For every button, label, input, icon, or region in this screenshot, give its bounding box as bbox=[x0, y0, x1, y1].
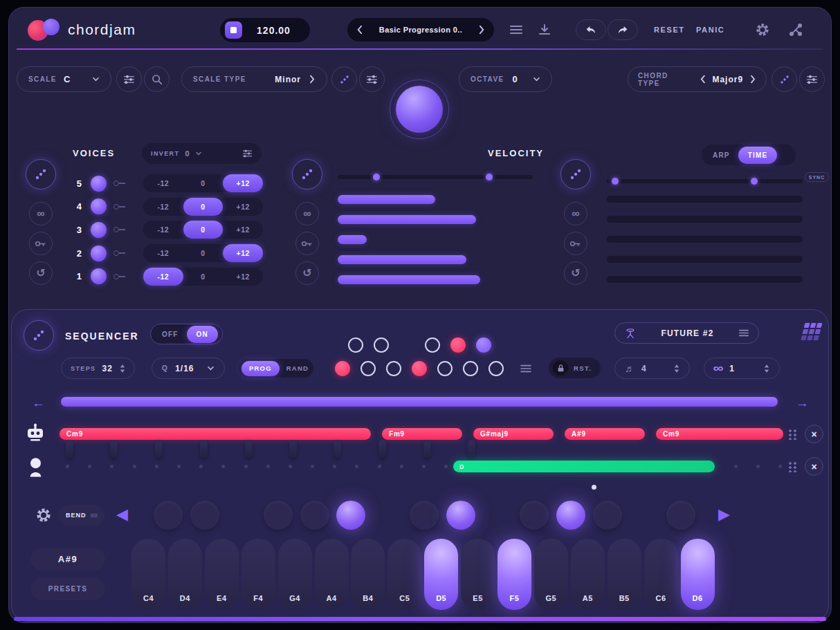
chord-slider-handle[interactable] bbox=[66, 440, 73, 458]
time-option[interactable]: TIME bbox=[738, 147, 778, 164]
stop-button[interactable] bbox=[225, 21, 242, 39]
voices-infinity-button[interactable]: ∞ bbox=[29, 202, 53, 225]
voice-transpose-option[interactable]: 0 bbox=[183, 244, 223, 262]
scale-random-button[interactable] bbox=[331, 66, 357, 92]
scale-search-button[interactable] bbox=[144, 66, 170, 92]
rst-label[interactable]: RST. bbox=[574, 364, 592, 372]
reset-sequence-control[interactable]: RST. bbox=[549, 358, 601, 378]
scale-type-selector[interactable]: SCALE TYPE Minor bbox=[181, 66, 327, 92]
time-slider-handle[interactable] bbox=[751, 178, 758, 185]
key-B4[interactable]: B4 bbox=[351, 539, 385, 610]
pad-G#4[interactable] bbox=[300, 501, 329, 530]
velocity-bar[interactable] bbox=[338, 215, 476, 224]
velocity-refresh-button[interactable]: ↺ bbox=[295, 261, 319, 285]
pad-C#4[interactable] bbox=[154, 501, 183, 530]
octave-right-triangle[interactable]: ▶ bbox=[718, 507, 730, 522]
key-A5[interactable]: A5 bbox=[571, 539, 605, 610]
voice-transpose-option[interactable]: 0 bbox=[183, 198, 223, 216]
arp-option[interactable]: ARP bbox=[704, 151, 738, 159]
voice-toggle[interactable] bbox=[91, 176, 107, 192]
time-bar-track[interactable] bbox=[607, 256, 803, 263]
main-knob[interactable] bbox=[390, 80, 449, 139]
seq-step-pink[interactable] bbox=[412, 361, 427, 376]
key-D4[interactable]: D4 bbox=[168, 539, 202, 610]
chord-lane-close-button[interactable]: × bbox=[805, 425, 823, 443]
stepper-icon[interactable] bbox=[764, 364, 769, 373]
chevron-left-icon[interactable] bbox=[700, 75, 706, 84]
preset-prev-icon[interactable] bbox=[356, 25, 363, 35]
voice-transpose-option[interactable]: 0 bbox=[183, 174, 223, 192]
key-E5[interactable]: E5 bbox=[461, 539, 495, 610]
seq-step-outline[interactable] bbox=[386, 361, 401, 376]
voice-link-icon[interactable] bbox=[113, 204, 130, 210]
scale-selector[interactable]: SCALE C bbox=[17, 66, 111, 92]
note-lane-close-button[interactable]: × bbox=[805, 457, 823, 476]
seq-step-purple[interactable] bbox=[476, 337, 491, 353]
octave-selector[interactable]: OCTAVE 0 bbox=[459, 66, 552, 92]
velocity-random-button[interactable] bbox=[292, 159, 322, 189]
key-D6[interactable]: D6 bbox=[681, 539, 715, 610]
steps-control[interactable]: STEPS 32 bbox=[61, 358, 135, 379]
key-D5[interactable]: D5 bbox=[424, 539, 458, 610]
velocity-slider-handle[interactable] bbox=[373, 174, 380, 180]
pad-F#4[interactable] bbox=[264, 501, 293, 530]
time-bar-track[interactable] bbox=[607, 276, 803, 283]
key-G5[interactable]: G5 bbox=[534, 539, 568, 610]
scale-adjust-button[interactable] bbox=[359, 66, 385, 92]
seq-step-outline[interactable] bbox=[489, 361, 504, 376]
menu-icon[interactable] bbox=[510, 25, 522, 35]
pad-G#5[interactable] bbox=[556, 501, 585, 530]
velocity-bar[interactable] bbox=[338, 275, 480, 284]
sequencer-random-button[interactable] bbox=[24, 320, 54, 351]
chord-adjust-button[interactable] bbox=[799, 66, 825, 92]
chord-block[interactable]: Cm9 bbox=[60, 428, 371, 440]
voice-transpose-option[interactable]: +12 bbox=[223, 198, 263, 216]
download-icon[interactable] bbox=[538, 24, 551, 36]
chord-random-button[interactable] bbox=[771, 66, 797, 92]
key-F4[interactable]: F4 bbox=[241, 539, 275, 610]
time-slider-handle[interactable] bbox=[612, 178, 619, 185]
key-C5[interactable]: C5 bbox=[387, 539, 421, 610]
panic-button[interactable]: PANIC bbox=[696, 26, 724, 34]
current-chord-display[interactable]: A#9 bbox=[30, 548, 105, 571]
chord-block[interactable]: Cm9 bbox=[656, 428, 783, 440]
time-range-slider[interactable] bbox=[607, 179, 803, 183]
key-G4[interactable]: G4 bbox=[278, 539, 312, 610]
grid-panel-icon[interactable] bbox=[797, 322, 823, 342]
voices-random-button[interactable] bbox=[26, 159, 56, 189]
seq-step-outline[interactable] bbox=[425, 337, 440, 353]
presets-button[interactable]: PRESETS bbox=[30, 577, 105, 600]
key-A4[interactable]: A4 bbox=[315, 539, 349, 610]
voice-link-icon[interactable] bbox=[113, 250, 130, 256]
preset-next-icon[interactable] bbox=[479, 25, 485, 35]
invert-control[interactable]: INVERT 0 bbox=[142, 143, 262, 164]
voice-transpose-option[interactable]: +12 bbox=[223, 244, 263, 262]
robot-icon[interactable] bbox=[25, 422, 46, 443]
chord-slider-handle[interactable] bbox=[245, 440, 253, 458]
sync-badge[interactable]: SYNC bbox=[805, 172, 829, 182]
chord-block[interactable]: A#9 bbox=[565, 428, 645, 440]
seq-step-pink[interactable] bbox=[450, 337, 466, 353]
lock-button[interactable] bbox=[553, 360, 568, 376]
pad-F#5[interactable] bbox=[520, 501, 549, 530]
scroll-left-arrow[interactable]: ← bbox=[32, 396, 45, 409]
menu-icon[interactable] bbox=[520, 364, 531, 373]
arp-time-toggle[interactable]: ARP TIME bbox=[702, 145, 796, 165]
velocity-bar[interactable] bbox=[338, 255, 466, 264]
seq-on-option[interactable]: ON bbox=[187, 326, 218, 343]
prog-rand-toggle[interactable]: PROG RAND bbox=[239, 359, 313, 378]
loop-control[interactable]: ∞ 1 bbox=[704, 358, 780, 379]
velocity-bar[interactable] bbox=[338, 195, 435, 204]
scale-sliders-button[interactable] bbox=[116, 66, 142, 92]
velocity-lock-button[interactable] bbox=[295, 232, 319, 255]
chord-slider-handle[interactable] bbox=[200, 440, 208, 458]
prog-option[interactable]: PROG bbox=[241, 361, 280, 376]
chord-slider-handle[interactable] bbox=[378, 440, 386, 458]
note-bar[interactable]: D bbox=[453, 461, 715, 472]
chord-slider-handle[interactable] bbox=[468, 440, 475, 458]
timing-random-button[interactable] bbox=[560, 159, 591, 189]
settings-gear-icon[interactable] bbox=[756, 23, 769, 37]
velocity-bar[interactable] bbox=[338, 235, 367, 244]
stepper-icon[interactable] bbox=[120, 364, 125, 373]
pad-A#5[interactable] bbox=[593, 501, 622, 530]
